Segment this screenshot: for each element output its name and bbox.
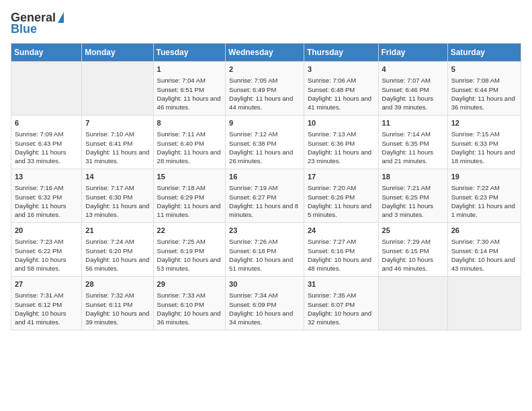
sunset-text: Sunset: 6:23 PM (451, 193, 517, 201)
sunset-text: Sunset: 6:38 PM (229, 139, 300, 148)
sunset-text: Sunset: 6:35 PM (382, 139, 444, 148)
daylight-text: Daylight: 11 hours and 44 minutes. (229, 94, 300, 112)
sunset-text: Sunset: 6:07 PM (308, 300, 375, 309)
daylight-text: Daylight: 11 hours and 16 minutes. (15, 201, 78, 220)
sunrise-text: Sunrise: 7:23 AM (15, 237, 78, 246)
calendar-cell: 31Sunrise: 7:35 AMSunset: 6:07 PMDayligh… (304, 277, 378, 330)
daylight-text: Daylight: 11 hours and 11 minutes. (157, 201, 222, 220)
calendar-cell: 17Sunrise: 7:20 AMSunset: 6:26 PMDayligh… (304, 169, 378, 223)
daylight-text: Daylight: 11 hours and 33 minutes. (15, 148, 78, 166)
day-number: 25 (382, 226, 444, 236)
sunrise-text: Sunrise: 7:21 AM (382, 183, 444, 192)
sunset-text: Sunset: 6:29 PM (157, 193, 222, 201)
daylight-text: Daylight: 10 hours and 43 minutes. (451, 255, 517, 273)
sunset-text: Sunset: 6:09 PM (229, 300, 300, 309)
sunrise-text: Sunrise: 7:33 AM (157, 291, 222, 300)
sunset-text: Sunset: 6:44 PM (451, 85, 517, 94)
day-number: 18 (382, 172, 444, 182)
sunrise-text: Sunrise: 7:18 AM (157, 183, 222, 192)
sunset-text: Sunset: 6:18 PM (229, 246, 300, 255)
day-number: 29 (157, 279, 222, 289)
daylight-text: Daylight: 10 hours and 34 minutes. (229, 309, 300, 327)
calendar-cell: 11Sunrise: 7:14 AMSunset: 6:35 PMDayligh… (378, 116, 447, 169)
sunset-text: Sunset: 6:26 PM (308, 193, 375, 201)
sunset-text: Sunset: 6:22 PM (15, 246, 78, 255)
header-cell-sunday: Sunday (11, 44, 82, 62)
calendar-cell: 13Sunrise: 7:16 AMSunset: 6:32 PMDayligh… (11, 169, 82, 223)
daylight-text: Daylight: 11 hours and 3 minutes. (382, 201, 444, 220)
sunset-text: Sunset: 6:15 PM (382, 246, 444, 255)
calendar-cell: 20Sunrise: 7:23 AMSunset: 6:22 PMDayligh… (11, 223, 82, 277)
calendar-cell: 27Sunrise: 7:31 AMSunset: 6:12 PMDayligh… (11, 277, 82, 330)
calendar-cell: 7Sunrise: 7:10 AMSunset: 6:41 PMDaylight… (82, 116, 153, 169)
daylight-text: Daylight: 11 hours and 41 minutes. (308, 94, 375, 112)
sunrise-text: Sunrise: 7:08 AM (451, 76, 517, 85)
page-header: General Blue (11, 11, 521, 36)
sunrise-text: Sunrise: 7:27 AM (308, 237, 375, 246)
day-number: 19 (451, 172, 517, 182)
calendar-table: SundayMondayTuesdayWednesdayThursdayFrid… (11, 43, 521, 330)
logo: General Blue (11, 11, 64, 36)
daylight-text: Daylight: 10 hours and 41 minutes. (15, 309, 78, 327)
sunset-text: Sunset: 6:20 PM (85, 246, 149, 255)
sunset-text: Sunset: 6:33 PM (451, 139, 517, 148)
calendar-cell: 8Sunrise: 7:11 AMSunset: 6:40 PMDaylight… (153, 116, 226, 169)
day-number: 6 (15, 118, 78, 128)
calendar-cell: 15Sunrise: 7:18 AMSunset: 6:29 PMDayligh… (153, 169, 226, 223)
day-number: 22 (157, 226, 222, 236)
day-number: 3 (308, 64, 375, 75)
day-number: 20 (15, 226, 78, 236)
sunrise-text: Sunrise: 7:22 AM (451, 183, 517, 192)
calendar-cell: 19Sunrise: 7:22 AMSunset: 6:23 PMDayligh… (447, 169, 521, 223)
daylight-text: Daylight: 11 hours and 21 minutes. (382, 148, 444, 166)
calendar-cell: 23Sunrise: 7:26 AMSunset: 6:18 PMDayligh… (226, 223, 304, 277)
header-cell-wednesday: Wednesday (226, 44, 304, 62)
sunrise-text: Sunrise: 7:10 AM (85, 130, 149, 138)
calendar-cell: 3Sunrise: 7:06 AMSunset: 6:48 PMDaylight… (304, 62, 378, 116)
calendar-cell: 25Sunrise: 7:29 AMSunset: 6:15 PMDayligh… (378, 223, 447, 277)
day-number: 2 (229, 64, 300, 75)
sunset-text: Sunset: 6:48 PM (308, 85, 375, 94)
logo-blue-text: Blue (11, 22, 37, 36)
header-cell-thursday: Thursday (304, 44, 378, 62)
sunset-text: Sunset: 6:19 PM (157, 246, 222, 255)
daylight-text: Daylight: 10 hours and 36 minutes. (157, 309, 222, 327)
sunrise-text: Sunrise: 7:34 AM (229, 291, 300, 300)
daylight-text: Daylight: 11 hours and 1 minute. (451, 201, 517, 220)
calendar-cell: 9Sunrise: 7:12 AMSunset: 6:38 PMDaylight… (226, 116, 304, 169)
sunset-text: Sunset: 6:40 PM (157, 139, 222, 148)
daylight-text: Daylight: 10 hours and 39 minutes. (85, 309, 149, 327)
sunrise-text: Sunrise: 7:29 AM (382, 237, 444, 246)
daylight-text: Daylight: 11 hours and 31 minutes. (85, 148, 149, 166)
sunrise-text: Sunrise: 7:06 AM (308, 76, 375, 85)
logo-triangle-icon (58, 12, 64, 23)
sunset-text: Sunset: 6:14 PM (451, 246, 517, 255)
calendar-week-row: 27Sunrise: 7:31 AMSunset: 6:12 PMDayligh… (11, 277, 521, 330)
sunrise-text: Sunrise: 7:07 AM (382, 76, 444, 85)
daylight-text: Daylight: 10 hours and 53 minutes. (157, 255, 222, 273)
day-number: 30 (229, 279, 300, 289)
daylight-text: Daylight: 11 hours and 39 minutes. (382, 94, 444, 112)
calendar-cell (447, 277, 521, 330)
sunset-text: Sunset: 6:32 PM (15, 193, 78, 201)
calendar-cell: 30Sunrise: 7:34 AMSunset: 6:09 PMDayligh… (226, 277, 304, 330)
calendar-cell: 26Sunrise: 7:30 AMSunset: 6:14 PMDayligh… (447, 223, 521, 277)
calendar-week-row: 13Sunrise: 7:16 AMSunset: 6:32 PMDayligh… (11, 169, 521, 223)
sunset-text: Sunset: 6:41 PM (85, 139, 149, 148)
sunset-text: Sunset: 6:10 PM (157, 300, 222, 309)
daylight-text: Daylight: 11 hours and 13 minutes. (85, 201, 149, 220)
day-number: 26 (451, 226, 517, 236)
sunrise-text: Sunrise: 7:14 AM (382, 130, 444, 138)
daylight-text: Daylight: 11 hours and 28 minutes. (157, 148, 222, 166)
calendar-cell: 24Sunrise: 7:27 AMSunset: 6:16 PMDayligh… (304, 223, 378, 277)
calendar-cell: 18Sunrise: 7:21 AMSunset: 6:25 PMDayligh… (378, 169, 447, 223)
sunrise-text: Sunrise: 7:16 AM (15, 183, 78, 192)
sunset-text: Sunset: 6:27 PM (229, 193, 300, 201)
sunrise-text: Sunrise: 7:15 AM (451, 130, 517, 138)
day-number: 27 (15, 279, 78, 289)
sunrise-text: Sunrise: 7:11 AM (157, 130, 222, 138)
header-cell-tuesday: Tuesday (153, 44, 226, 62)
calendar-body: 1Sunrise: 7:04 AMSunset: 6:51 PMDaylight… (11, 62, 521, 330)
sunset-text: Sunset: 6:11 PM (85, 300, 149, 309)
sunrise-text: Sunrise: 7:12 AM (229, 130, 300, 138)
